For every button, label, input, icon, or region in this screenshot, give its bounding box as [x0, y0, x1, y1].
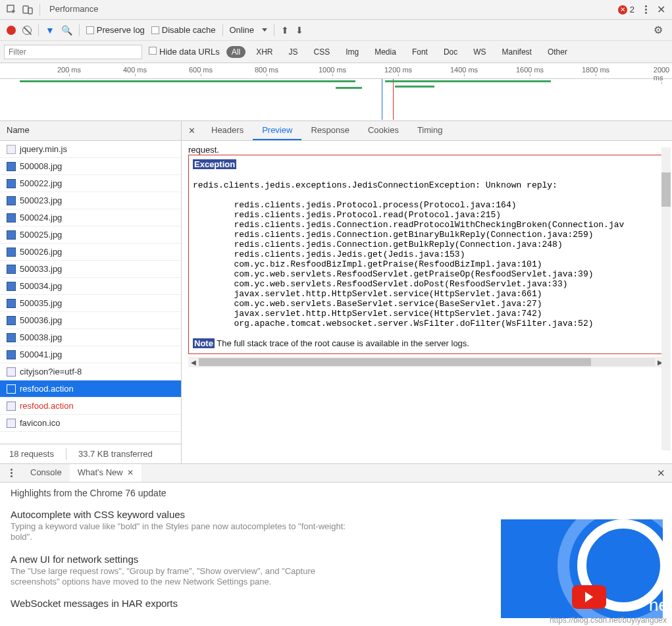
- error-count-badge[interactable]: ✕2: [618, 5, 634, 14]
- divider: [79, 24, 80, 36]
- filter-pill-css[interactable]: CSS: [308, 46, 335, 58]
- detail-tab-timing[interactable]: Timing: [408, 121, 452, 140]
- time-tick: 200 ms: [57, 66, 81, 74]
- request-row[interactable]: jquery.min.js: [0, 141, 181, 158]
- search-icon[interactable]: 🔍: [61, 25, 72, 36]
- request-row[interactable]: 500026.jpg: [0, 244, 181, 261]
- time-tick: 800 ms: [255, 66, 278, 74]
- request-row[interactable]: 500008.jpg: [0, 158, 181, 175]
- divider: [274, 24, 274, 36]
- filter-bar: Hide data URLs AllXHRJSCSSImgMediaFontDo…: [0, 41, 672, 63]
- svg-rect-1: [23, 6, 28, 13]
- error-count: 2: [630, 5, 634, 14]
- request-row[interactable]: resfood.action: [0, 380, 181, 398]
- svg-rect-2: [28, 8, 32, 14]
- watermark-text: https://blog.csdn.net/buyiyangdex: [550, 615, 667, 625]
- filter-pill-doc[interactable]: Doc: [438, 46, 463, 58]
- request-row[interactable]: 500023.jpg: [0, 192, 181, 209]
- request-row[interactable]: 500035.jpg: [0, 295, 181, 312]
- filter-input[interactable]: [4, 45, 142, 59]
- time-tick: 1600 ms: [516, 66, 544, 74]
- export-har-icon[interactable]: ⬆: [281, 25, 289, 36]
- time-tick: 400 ms: [123, 66, 147, 74]
- promo-text: ne: [649, 595, 663, 615]
- throttling-select[interactable]: Online: [230, 25, 268, 35]
- close-detail-icon[interactable]: ✕: [182, 126, 202, 136]
- whats-new-heading: Highlights from the Chrome 76 update: [11, 488, 661, 498]
- file-type-icon: [7, 384, 16, 394]
- time-tick: 1200 ms: [384, 66, 412, 74]
- filter-pill-manifest[interactable]: Manifest: [497, 46, 537, 58]
- detail-tab-preview[interactable]: Preview: [253, 121, 301, 140]
- request-name: 500026.jpg: [20, 247, 62, 257]
- filter-pill-all[interactable]: All: [226, 46, 246, 58]
- filter-pill-font[interactable]: Font: [407, 46, 433, 58]
- record-button[interactable]: [7, 26, 16, 35]
- main-tab-performance[interactable]: Performance: [40, 0, 107, 19]
- clear-button[interactable]: [22, 26, 32, 35]
- inspect-element-icon[interactable]: [7, 5, 17, 15]
- promo-video-thumbnail[interactable]: ne: [501, 519, 663, 618]
- request-column-header[interactable]: Name: [0, 121, 181, 141]
- request-name: resfood.action: [20, 401, 74, 411]
- request-row[interactable]: 500036.jpg: [0, 312, 181, 329]
- detail-tab-cookies[interactable]: Cookies: [359, 121, 408, 140]
- close-devtools-icon[interactable]: ✕: [657, 3, 665, 16]
- feature-desc: The "Use large request rows", "Group by …: [11, 566, 353, 588]
- file-type-icon: [7, 402, 16, 411]
- toggle-device-icon[interactable]: [22, 5, 33, 15]
- request-row[interactable]: 500034.jpg: [0, 278, 181, 295]
- request-row[interactable]: 500038.jpg: [0, 329, 181, 346]
- request-name: 500038.jpg: [20, 332, 62, 342]
- request-row[interactable]: 500041.jpg: [0, 346, 181, 363]
- filter-pill-js[interactable]: JS: [283, 46, 303, 58]
- request-name: 500023.jpg: [20, 196, 62, 205]
- timeline-overview[interactable]: 200 ms400 ms600 ms800 ms1000 ms1200 ms14…: [0, 63, 672, 121]
- file-type-icon: [7, 265, 16, 274]
- hide-data-urls-checkbox[interactable]: Hide data URLs: [149, 47, 220, 57]
- request-name: 500024.jpg: [20, 213, 62, 222]
- detail-tab-headers[interactable]: Headers: [202, 121, 253, 140]
- settings-gear-icon[interactable]: ⚙: [654, 24, 665, 36]
- request-row[interactable]: cityjson?ie=utf-8: [0, 363, 181, 380]
- divider: [222, 24, 223, 36]
- filter-toggle-icon[interactable]: ▼: [45, 25, 55, 36]
- close-tab-icon[interactable]: ✕: [127, 468, 134, 477]
- request-name: 500008.jpg: [20, 161, 62, 171]
- disable-cache-checkbox[interactable]: Disable cache: [151, 25, 216, 35]
- request-detail-panel: ✕ HeadersPreviewResponseCookiesTiming re…: [182, 121, 672, 463]
- detail-tab-response[interactable]: Response: [301, 121, 359, 140]
- filter-pill-img[interactable]: Img: [340, 46, 364, 58]
- request-row[interactable]: favicon.ico: [0, 415, 181, 432]
- file-type-icon: [7, 213, 16, 222]
- file-type-icon: [7, 179, 16, 188]
- filter-pill-other[interactable]: Other: [542, 46, 573, 58]
- filter-pill-xhr[interactable]: XHR: [251, 46, 278, 58]
- scroll-left-icon[interactable]: ◀: [188, 357, 199, 367]
- horizontal-scrollbar[interactable]: ◀ ▶: [188, 357, 665, 367]
- preserve-log-checkbox[interactable]: Preserve log: [86, 25, 145, 35]
- drawer-tab-what-s-new[interactable]: What's New✕: [70, 464, 142, 482]
- request-row[interactable]: 500025.jpg: [0, 226, 181, 244]
- request-name: 500036.jpg: [20, 315, 62, 325]
- more-menu-icon[interactable]: [641, 5, 650, 14]
- import-har-icon[interactable]: ⬇: [296, 25, 303, 36]
- play-icon: [572, 585, 606, 609]
- time-tick: 600 ms: [189, 66, 213, 74]
- request-row[interactable]: 500022.jpg: [0, 175, 181, 192]
- close-drawer-icon[interactable]: ✕: [657, 467, 672, 479]
- request-name: 500022.jpg: [20, 178, 62, 188]
- main-tab-bar: ElementsConsoleSourcesNetworkPerformance…: [0, 0, 672, 20]
- divider: [38, 24, 39, 36]
- request-row[interactable]: 500033.jpg: [0, 261, 181, 278]
- request-row[interactable]: 500024.jpg: [0, 209, 181, 226]
- filter-pill-media[interactable]: Media: [369, 46, 401, 58]
- request-row[interactable]: resfood.action: [0, 398, 181, 415]
- request-name: jquery.min.js: [20, 144, 67, 154]
- drawer-panel: ConsoleWhat's New✕ ✕ Highlights from the…: [0, 464, 672, 626]
- drawer-tab-console[interactable]: Console: [22, 464, 70, 482]
- request-name: cityjson?ie=utf-8: [20, 367, 82, 377]
- filter-pill-ws[interactable]: WS: [468, 46, 491, 58]
- file-type-icon: [7, 196, 16, 205]
- drawer-menu-icon[interactable]: [7, 469, 16, 477]
